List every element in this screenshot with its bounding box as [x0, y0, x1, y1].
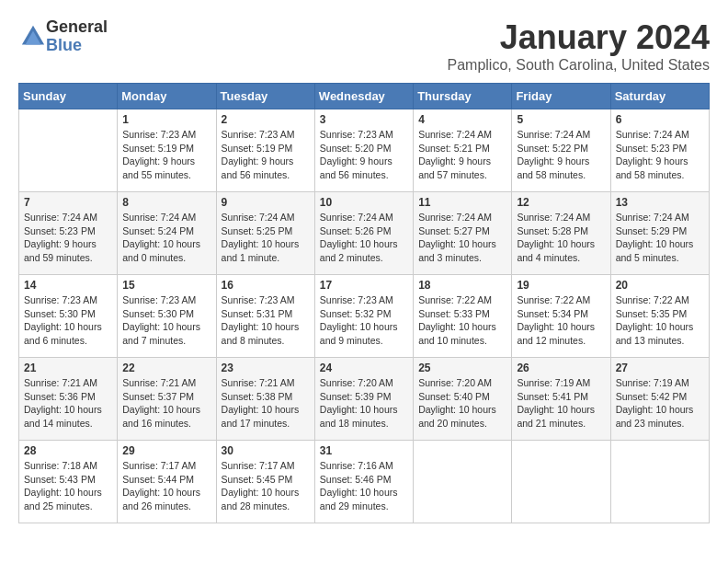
day-number: 3 [320, 113, 408, 126]
calendar-cell [19, 109, 118, 192]
day-number: 11 [418, 196, 506, 209]
day-info: Sunrise: 7:24 AMSunset: 5:27 PMDaylight:… [418, 211, 506, 265]
day-info: Sunrise: 7:23 AMSunset: 5:20 PMDaylight:… [320, 128, 408, 182]
day-info: Sunrise: 7:17 AMSunset: 5:45 PMDaylight:… [222, 459, 310, 513]
day-number: 15 [122, 279, 210, 292]
day-info: Sunrise: 7:24 AMSunset: 5:23 PMDaylight:… [24, 211, 112, 265]
day-info: Sunrise: 7:17 AMSunset: 5:44 PMDaylight:… [122, 459, 210, 513]
calendar-cell: 27Sunrise: 7:19 AMSunset: 5:42 PMDayligh… [610, 358, 709, 441]
day-info: Sunrise: 7:24 AMSunset: 5:23 PMDaylight:… [616, 128, 704, 182]
calendar-cell [610, 441, 709, 523]
day-number: 12 [517, 196, 605, 209]
day-number: 8 [122, 196, 210, 209]
calendar-cell: 6Sunrise: 7:24 AMSunset: 5:23 PMDaylight… [610, 109, 709, 192]
day-number: 31 [320, 444, 408, 457]
day-number: 10 [320, 196, 408, 209]
calendar-cell: 20Sunrise: 7:22 AMSunset: 5:35 PMDayligh… [610, 275, 709, 358]
calendar-cell: 25Sunrise: 7:20 AMSunset: 5:40 PMDayligh… [414, 358, 512, 441]
day-number: 19 [517, 279, 605, 292]
day-number: 18 [418, 279, 506, 292]
day-number: 1 [122, 113, 210, 126]
day-info: Sunrise: 7:21 AMSunset: 5:38 PMDaylight:… [222, 376, 310, 431]
weekday-header-row: SundayMondayTuesdayWednesdayThursdayFrid… [19, 84, 710, 109]
logo-text: General Blue [46, 18, 108, 55]
calendar-cell: 31Sunrise: 7:16 AMSunset: 5:46 PMDayligh… [314, 441, 413, 523]
day-info: Sunrise: 7:23 AMSunset: 5:19 PMDaylight:… [222, 128, 310, 182]
day-number: 17 [320, 279, 408, 292]
calendar-week-row: 7Sunrise: 7:24 AMSunset: 5:23 PMDaylight… [19, 192, 710, 275]
day-info: Sunrise: 7:24 AMSunset: 5:25 PMDaylight:… [222, 211, 310, 265]
day-info: Sunrise: 7:22 AMSunset: 5:35 PMDaylight:… [616, 293, 704, 348]
calendar-cell: 11Sunrise: 7:24 AMSunset: 5:27 PMDayligh… [414, 192, 512, 275]
calendar-cell: 29Sunrise: 7:17 AMSunset: 5:44 PMDayligh… [118, 441, 216, 523]
day-info: Sunrise: 7:18 AMSunset: 5:43 PMDaylight:… [24, 459, 112, 513]
day-number: 24 [320, 362, 408, 374]
calendar-cell: 10Sunrise: 7:24 AMSunset: 5:26 PMDayligh… [314, 192, 413, 275]
calendar-cell: 1Sunrise: 7:23 AMSunset: 5:19 PMDaylight… [118, 109, 216, 192]
day-number: 20 [616, 279, 704, 292]
calendar-cell: 17Sunrise: 7:23 AMSunset: 5:32 PMDayligh… [314, 275, 413, 358]
day-info: Sunrise: 7:20 AMSunset: 5:40 PMDaylight:… [418, 376, 506, 431]
day-info: Sunrise: 7:23 AMSunset: 5:30 PMDaylight:… [24, 293, 112, 348]
day-number: 30 [222, 444, 310, 457]
day-number: 22 [122, 362, 210, 374]
day-info: Sunrise: 7:24 AMSunset: 5:28 PMDaylight:… [517, 211, 605, 265]
day-number: 27 [616, 362, 704, 374]
calendar-cell: 12Sunrise: 7:24 AMSunset: 5:28 PMDayligh… [512, 192, 610, 275]
day-info: Sunrise: 7:23 AMSunset: 5:19 PMDaylight:… [122, 128, 210, 182]
calendar-cell: 18Sunrise: 7:22 AMSunset: 5:33 PMDayligh… [414, 275, 512, 358]
calendar-cell: 2Sunrise: 7:23 AMSunset: 5:19 PMDaylight… [216, 109, 314, 192]
day-number: 13 [616, 196, 704, 209]
calendar-cell: 16Sunrise: 7:23 AMSunset: 5:31 PMDayligh… [216, 275, 314, 358]
day-info: Sunrise: 7:16 AMSunset: 5:46 PMDaylight:… [320, 459, 408, 513]
weekday-header-saturday: Saturday [610, 84, 709, 109]
day-info: Sunrise: 7:21 AMSunset: 5:37 PMDaylight:… [122, 376, 210, 431]
day-info: Sunrise: 7:24 AMSunset: 5:26 PMDaylight:… [320, 211, 408, 265]
day-number: 16 [222, 279, 310, 292]
calendar-cell: 5Sunrise: 7:24 AMSunset: 5:22 PMDaylight… [512, 109, 610, 192]
calendar-cell: 24Sunrise: 7:20 AMSunset: 5:39 PMDayligh… [314, 358, 413, 441]
weekday-header-friday: Friday [512, 84, 610, 109]
day-number: 26 [517, 362, 605, 374]
calendar-week-row: 1Sunrise: 7:23 AMSunset: 5:19 PMDaylight… [19, 109, 710, 192]
calendar-cell: 21Sunrise: 7:21 AMSunset: 5:36 PMDayligh… [19, 358, 118, 441]
day-number: 2 [222, 113, 310, 126]
calendar-cell: 4Sunrise: 7:24 AMSunset: 5:21 PMDaylight… [414, 109, 512, 192]
calendar-cell: 9Sunrise: 7:24 AMSunset: 5:25 PMDaylight… [216, 192, 314, 275]
calendar-cell [512, 441, 610, 523]
calendar-week-row: 14Sunrise: 7:23 AMSunset: 5:30 PMDayligh… [19, 275, 710, 358]
day-number: 14 [24, 279, 112, 292]
day-info: Sunrise: 7:24 AMSunset: 5:22 PMDaylight:… [517, 128, 605, 182]
calendar-cell: 28Sunrise: 7:18 AMSunset: 5:43 PMDayligh… [19, 441, 118, 523]
weekday-header-sunday: Sunday [19, 84, 118, 109]
calendar-header: SundayMondayTuesdayWednesdayThursdayFrid… [19, 84, 710, 109]
calendar-cell: 30Sunrise: 7:17 AMSunset: 5:45 PMDayligh… [216, 441, 314, 523]
month-year-title: January 2024 [448, 18, 710, 57]
weekday-header-monday: Monday [118, 84, 216, 109]
day-number: 7 [24, 196, 112, 209]
day-info: Sunrise: 7:20 AMSunset: 5:39 PMDaylight:… [320, 376, 408, 431]
calendar-cell [414, 441, 512, 523]
weekday-header-tuesday: Tuesday [216, 84, 314, 109]
day-number: 21 [24, 362, 112, 374]
calendar-table: SundayMondayTuesdayWednesdayThursdayFrid… [18, 83, 710, 523]
logo: General Blue [18, 18, 108, 55]
calendar-cell: 23Sunrise: 7:21 AMSunset: 5:38 PMDayligh… [216, 358, 314, 441]
day-number: 29 [122, 444, 210, 457]
day-number: 25 [418, 362, 506, 374]
calendar-week-row: 21Sunrise: 7:21 AMSunset: 5:36 PMDayligh… [19, 358, 710, 441]
calendar-cell: 22Sunrise: 7:21 AMSunset: 5:37 PMDayligh… [118, 358, 216, 441]
calendar-cell: 3Sunrise: 7:23 AMSunset: 5:20 PMDaylight… [314, 109, 413, 192]
calendar-cell: 19Sunrise: 7:22 AMSunset: 5:34 PMDayligh… [512, 275, 610, 358]
calendar-cell: 13Sunrise: 7:24 AMSunset: 5:29 PMDayligh… [610, 192, 709, 275]
day-info: Sunrise: 7:24 AMSunset: 5:21 PMDaylight:… [418, 128, 506, 182]
day-info: Sunrise: 7:24 AMSunset: 5:24 PMDaylight:… [122, 211, 210, 265]
calendar-cell: 7Sunrise: 7:24 AMSunset: 5:23 PMDaylight… [19, 192, 118, 275]
logo-icon [20, 24, 46, 50]
day-info: Sunrise: 7:22 AMSunset: 5:34 PMDaylight:… [517, 293, 605, 348]
day-number: 28 [24, 444, 112, 457]
page-header: General Blue January 2024 Pamplico, Sout… [18, 18, 710, 74]
day-number: 4 [418, 113, 506, 126]
day-info: Sunrise: 7:23 AMSunset: 5:30 PMDaylight:… [122, 293, 210, 348]
location-subtitle: Pamplico, South Carolina, United States [448, 57, 710, 74]
